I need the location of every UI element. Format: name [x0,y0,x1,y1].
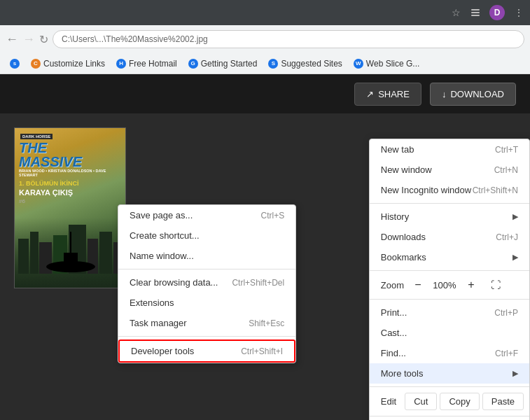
chrome-menu-history[interactable]: History ▶ [370,206,529,227]
comic-cover: DARK HORSE THEMASSIVE BRIAN WOOD • KRIST… [14,127,126,288]
page-header: ↗ SHARE ↓ DOWNLOAD [0,74,530,113]
star-icon[interactable]: ☆ [450,7,461,18]
svg-rect-4 [30,232,39,274]
menu-item-task-manager[interactable]: Task manager Shift+Esc [118,313,295,333]
menu-item-name-window[interactable]: Name window... [118,246,295,266]
chrome-menu-new-window[interactable]: New window Ctrl+N [370,160,529,180]
menu-separator-1 [118,269,295,270]
cut-button[interactable]: Cut [405,393,437,410]
chrome-separator-1 [370,203,529,204]
zoom-label: Zoom [381,280,404,290]
bookmark-hotmail[interactable]: H Free Hotmail [112,57,181,70]
menu-item-create-shortcut[interactable]: Create shortcut... [118,225,295,246]
main-content: DARK HORSE THEMASSIVE BRIAN WOOD • KRIST… [0,113,530,420]
zoom-controls: − 100% + [410,276,480,293]
bookmark-s-icon: s [10,59,20,69]
bookmark-s[interactable]: s [6,57,24,70]
paste-button[interactable]: Paste [482,393,524,410]
zoom-value: 100% [431,280,459,290]
menu-item-clear-browsing[interactable]: Clear browsing data... Ctrl+Shift+Del [118,272,295,293]
chrome-menu-icon[interactable]: ⋮ [513,7,524,18]
chrome-menu-bookmarks[interactable]: Bookmarks ▶ [370,247,529,267]
chrome-separator-2 [370,270,529,271]
bookmark-suggested-icon: S [268,59,278,69]
download-icon: ↓ [442,89,447,99]
bookmarks-bar: s C Customize Links H Free Hotmail G Get… [0,53,530,74]
comic-title-text: THEMASSIVE [19,141,82,169]
bookmark-getting-started-icon: G [188,59,198,69]
chrome-menu-new-incognito[interactable]: New Incognito window Ctrl+Shift+N [370,180,529,200]
title-bar-icons: ☆ D ⋮ [450,5,524,20]
zoom-minus-button[interactable]: − [410,276,426,293]
comic-authors-text: BRIAN WOOD • KRISTIAN DONALDSON • DAVE S… [19,169,123,177]
svg-rect-2 [471,15,480,16]
more-tools-arrow: ▶ [512,369,518,378]
comic-publisher: DARK HORSE [20,134,53,139]
chrome-menu-more-tools[interactable]: More tools ▶ [370,363,529,384]
share-button[interactable]: ↗ SHARE [354,83,421,106]
copy-button[interactable]: Copy [440,393,479,410]
chrome-separator-5 [370,416,529,416]
chrome-menu-cast[interactable]: Cast... [370,323,529,343]
bookmark-webslice[interactable]: W Web Slice G... [349,57,424,70]
menu-item-developer-tools[interactable]: Developer tools Ctrl+Shift+I [118,340,295,363]
bookmark-webslice-icon: W [354,59,363,69]
chrome-menu-print[interactable]: Print... Ctrl+P [370,302,529,323]
zoom-plus-button[interactable]: + [463,276,480,293]
svg-rect-1 [471,12,480,13]
chrome-menu-find[interactable]: Find... Ctrl+F [370,343,529,363]
toolbar: ← → ↻ C:\Users\...\The%20Massive%2002.jp… [0,25,530,53]
zoom-fullscreen-button[interactable]: ⛶ [491,279,501,290]
chrome-menu: New tab Ctrl+T New window Ctrl+N New Inc… [369,139,530,420]
bookmark-customize[interactable]: C Customize Links [27,57,109,70]
chrome-separator-3 [370,299,529,300]
svg-rect-3 [18,239,29,274]
share-icon: ↗ [366,89,374,99]
bookmark-customize-icon: C [31,59,41,69]
chrome-separator-4 [370,386,529,387]
edit-row: Edit Cut Copy Paste [370,390,529,413]
profile-avatar[interactable]: D [489,5,505,20]
menu-item-extensions[interactable]: Extensions [118,293,295,313]
svg-rect-9 [99,232,112,274]
svg-rect-12 [64,253,78,268]
title-bar: ☆ D ⋮ [0,0,530,25]
bookmark-getting-started[interactable]: G Getting Started [184,57,262,70]
chrome-menu-downloads[interactable]: Downloads Ctrl+J [370,227,529,247]
reload-icon[interactable]: ↻ [39,33,48,46]
menu-item-save-page[interactable]: Save page as... Ctrl+S [118,205,295,225]
chrome-menu-new-tab[interactable]: New tab Ctrl+T [370,139,529,160]
svg-rect-0 [471,9,480,10]
edit-label: Edit [375,393,402,410]
address-bar[interactable]: C:\Users\...\The%20Massive%2002.jpg [53,30,524,48]
bookmark-suggested[interactable]: S Suggested Sites [264,57,346,70]
back-icon[interactable]: ← [6,32,18,47]
context-menu: Save page as... Ctrl+S Create shortcut..… [118,204,296,363]
comic-issue-label: 1. BÖLÜMÜN İKİNCİ [19,180,79,187]
menu-separator-2 [118,336,295,337]
download-button[interactable]: ↓ DOWNLOAD [430,83,516,106]
bookmark-hotmail-icon: H [116,59,126,69]
forward-icon[interactable]: → [22,32,35,47]
extensions-icon[interactable] [470,7,481,18]
zoom-row: Zoom − 100% + ⛶ [370,274,529,296]
bookmarks-arrow: ▶ [512,253,518,262]
comic-chapter-title: KARAYA ÇIKIŞ [19,188,73,197]
history-arrow: ▶ [512,212,518,221]
comic-tag: #6 [19,198,25,204]
